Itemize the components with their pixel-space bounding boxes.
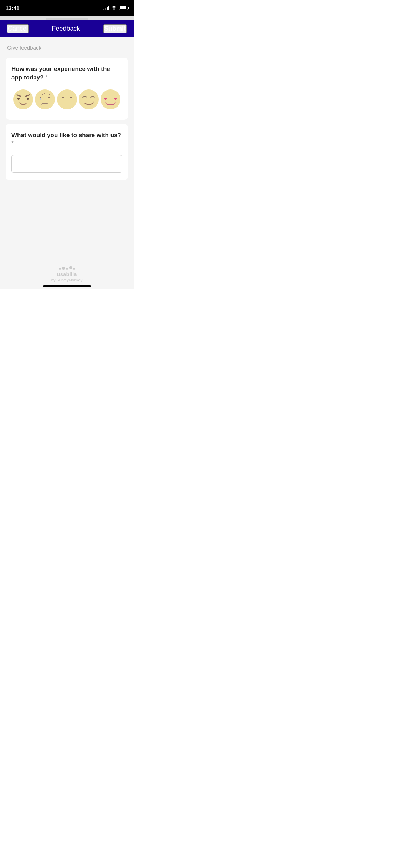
question1-text: How was your experience with the app tod…	[11, 65, 122, 82]
emoji-angry-button[interactable]	[13, 89, 34, 110]
happy-emoji	[79, 89, 99, 109]
wifi-icon	[111, 5, 117, 11]
angry-emoji	[13, 89, 33, 109]
emoji-neutral-button[interactable]	[57, 89, 77, 110]
battery-icon	[119, 6, 128, 10]
nav-bar: Cancel Feedback Submit	[0, 20, 134, 37]
status-bar: 13:41	[0, 0, 134, 16]
status-icons	[103, 5, 128, 11]
brand-name: usabilla	[57, 271, 77, 277]
feedback-text-input[interactable]	[11, 155, 122, 173]
love-emoji: ♥ ♥	[101, 89, 120, 109]
brand-sub: by SurveyMonkey	[51, 278, 82, 282]
main-content: Give feedback How was your experience wi…	[0, 37, 134, 289]
home-indicator	[43, 285, 91, 287]
required-star-2: *	[11, 140, 14, 147]
question2-card: What would you like to share with us? *	[6, 124, 128, 180]
emoji-love-button[interactable]: ♥ ♥	[100, 89, 121, 110]
pull-tab	[46, 18, 88, 20]
question1-card: How was your experience with the app tod…	[6, 58, 128, 120]
neutral-emoji	[57, 89, 77, 109]
submit-button[interactable]: Submit	[103, 24, 127, 33]
nav-title: Feedback	[52, 25, 80, 32]
footer: usabilla by SurveyMonkey	[0, 266, 134, 282]
emoji-sad-button[interactable]	[35, 89, 55, 110]
signal-icon	[103, 6, 109, 10]
question2-text: What would you like to share with us? *	[11, 131, 122, 148]
emoji-happy-button[interactable]	[78, 89, 99, 110]
cancel-button[interactable]: Cancel	[7, 24, 29, 33]
required-star-1: *	[44, 74, 48, 81]
usabilla-dots-icon	[59, 266, 75, 270]
emoji-rating: ♥ ♥	[11, 89, 122, 110]
status-time: 13:41	[6, 5, 19, 11]
section-label: Give feedback	[6, 45, 128, 51]
usabilla-logo: usabilla by SurveyMonkey	[51, 266, 82, 282]
sad-emoji	[35, 89, 55, 109]
